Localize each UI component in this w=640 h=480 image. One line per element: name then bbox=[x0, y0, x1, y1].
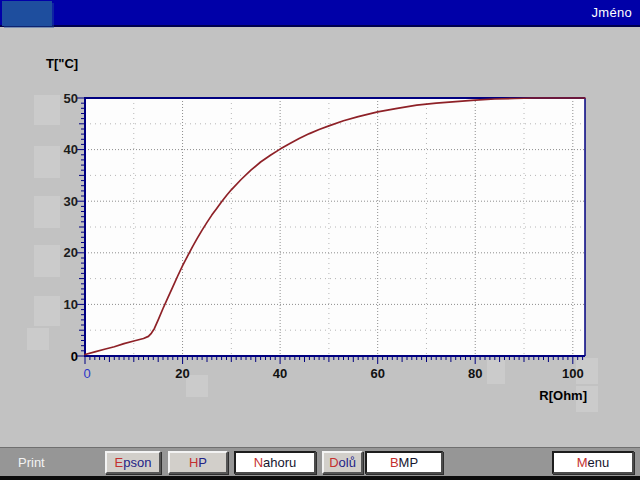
app-window: Jméno 01020304050020406080100T["C]R[Ohm]… bbox=[0, 0, 640, 480]
y-axis-title: T["C] bbox=[46, 56, 78, 71]
menu-button[interactable]: Menu bbox=[552, 451, 634, 474]
button-label-text: enu bbox=[588, 455, 610, 470]
hotkey-letter: M bbox=[577, 455, 588, 470]
x-tick-label: 40 bbox=[273, 366, 287, 381]
x-tick-label: 100 bbox=[562, 366, 584, 381]
dolu-button[interactable]: Dolů bbox=[322, 451, 363, 474]
bottom-bar: Print Epson HP Nahoru Dolů BMP Menu bbox=[0, 447, 640, 476]
x-axis-title: R[Ohm] bbox=[539, 388, 587, 403]
x-tick-label: 20 bbox=[175, 366, 189, 381]
button-label-text: pson bbox=[123, 455, 151, 470]
hp-button[interactable]: HP bbox=[168, 451, 228, 474]
button-label-text: ahoru bbox=[263, 455, 296, 470]
y-tick-label: 0 bbox=[71, 349, 78, 364]
screen-bottom-edge bbox=[0, 476, 640, 480]
hotkey-letter: B bbox=[390, 455, 399, 470]
y-axis-ticks bbox=[77, 98, 85, 356]
y-tick-label: 20 bbox=[64, 245, 78, 260]
y-tick-label: 50 bbox=[64, 91, 78, 106]
x-tick-label: 60 bbox=[370, 366, 384, 381]
x-axis-ticks bbox=[85, 356, 583, 364]
print-label: Print bbox=[18, 455, 45, 470]
nahoru-button[interactable]: Nahoru bbox=[234, 451, 316, 474]
button-label-text: P bbox=[198, 455, 207, 470]
x-tick-label: 0 bbox=[83, 366, 90, 381]
button-label-text: MP bbox=[399, 455, 419, 470]
hotkey-letter: D bbox=[329, 455, 338, 470]
y-tick-label: 10 bbox=[64, 297, 78, 312]
y-tick-label: 40 bbox=[64, 142, 78, 157]
bmp-button[interactable]: BMP bbox=[365, 451, 443, 474]
hotkey-letter: N bbox=[254, 455, 263, 470]
y-tick-label: 30 bbox=[64, 194, 78, 209]
button-label-text: olů bbox=[339, 455, 356, 470]
chart-canvas: 01020304050020406080100T["C]R[Ohm] bbox=[0, 0, 640, 480]
x-tick-label: 80 bbox=[468, 366, 482, 381]
hotkey-letter: H bbox=[189, 455, 198, 470]
epson-button[interactable]: Epson bbox=[105, 451, 161, 474]
hotkey-letter: E bbox=[115, 455, 124, 470]
